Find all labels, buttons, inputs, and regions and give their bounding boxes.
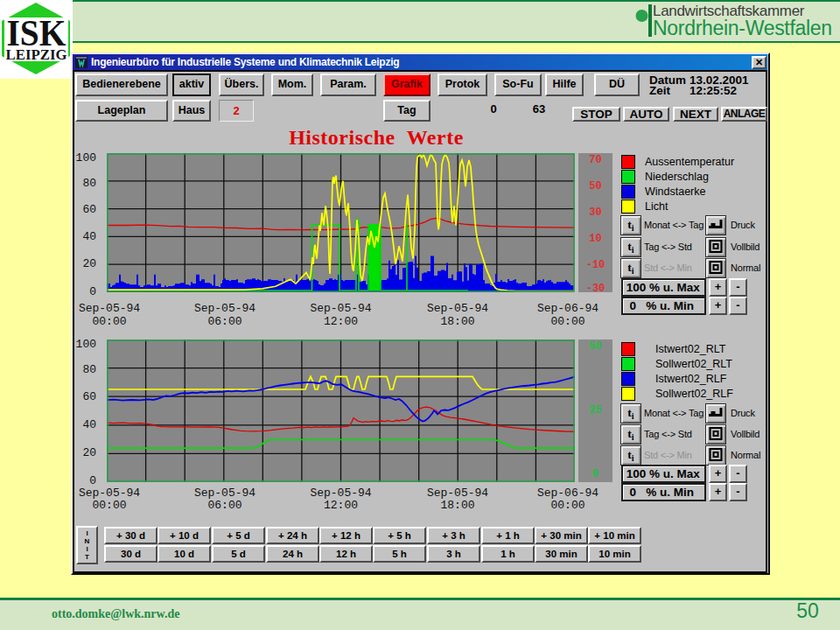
svg-text:LEIPZIG: LEIPZIG (6, 46, 67, 63)
